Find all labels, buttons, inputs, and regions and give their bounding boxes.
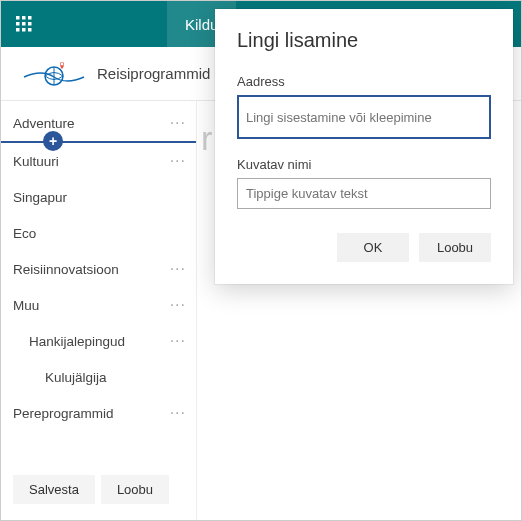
sidebar-item-hankijalepingud[interactable]: Hankijalepingud ··· xyxy=(1,323,196,359)
insert-link-dialog: Lingi lisamine Aadress Kuvatav nimi OK L… xyxy=(215,9,513,284)
sidebar-item-kulujalgija[interactable]: Kulujälgija xyxy=(1,359,196,395)
sidebar-item-label: Kulujälgija xyxy=(45,370,107,385)
sidebar-item-reisiinnovatsioon[interactable]: Reisiinnovatsioon ··· xyxy=(1,251,196,287)
sidebar-item-label: Muu xyxy=(13,298,39,313)
svg-rect-8 xyxy=(28,28,32,32)
ellipsis-icon[interactable]: ··· xyxy=(170,301,186,309)
sidebar: Adventure ··· + Kultuuri ··· Singapur Ec… xyxy=(1,101,197,520)
dialog-title: Lingi lisamine xyxy=(237,29,491,52)
ellipsis-icon[interactable]: ··· xyxy=(170,265,186,273)
address-label: Aadress xyxy=(237,74,491,89)
sidebar-item-muu[interactable]: Muu ··· xyxy=(1,287,196,323)
sidebar-item-adventure[interactable]: Adventure ··· xyxy=(1,105,196,141)
background-content: r xyxy=(201,119,212,158)
sidebar-item-label: Hankijalepingud xyxy=(29,334,125,349)
sidebar-item-label: Pereprogrammid xyxy=(13,406,114,421)
address-input[interactable] xyxy=(237,95,491,139)
sidebar-item-eco[interactable]: Eco xyxy=(1,215,196,251)
svg-rect-5 xyxy=(28,22,32,26)
sidebar-item-label: Reisiinnovatsioon xyxy=(13,262,119,277)
sidebar-item-label: Eco xyxy=(13,226,36,241)
sidebar-item-label: Singapur xyxy=(13,190,67,205)
sidebar-item-kultuuri[interactable]: Kultuuri ··· xyxy=(1,143,196,179)
sidebar-item-label: Adventure xyxy=(13,116,75,131)
cancel-button[interactable]: Loobu xyxy=(101,475,169,504)
svg-rect-3 xyxy=(16,22,20,26)
ok-button[interactable]: OK xyxy=(337,233,409,262)
svg-rect-4 xyxy=(22,22,26,26)
display-name-label: Kuvatav nimi xyxy=(237,157,491,172)
svg-rect-1 xyxy=(22,16,26,20)
svg-rect-2 xyxy=(28,16,32,20)
brand-title: Reisiprogrammid xyxy=(97,65,210,82)
svg-rect-6 xyxy=(16,28,20,32)
display-name-input[interactable] xyxy=(237,178,491,209)
sidebar-footer-buttons: Salvesta Loobu xyxy=(13,475,169,504)
sidebar-item-label: Kultuuri xyxy=(13,154,59,169)
sidebar-item-singapur[interactable]: Singapur xyxy=(1,179,196,215)
svg-rect-0 xyxy=(16,16,20,20)
ellipsis-icon[interactable]: ··· xyxy=(170,409,186,417)
globe-travel-icon xyxy=(19,57,89,91)
dialog-cancel-button[interactable]: Loobu xyxy=(419,233,491,262)
app-launcher-icon[interactable] xyxy=(1,1,47,47)
ellipsis-icon[interactable]: ··· xyxy=(170,157,186,165)
svg-point-11 xyxy=(61,62,64,65)
ellipsis-icon[interactable]: ··· xyxy=(170,119,186,127)
insert-indicator: + xyxy=(1,141,196,143)
insert-plus-icon[interactable]: + xyxy=(43,131,63,151)
save-button[interactable]: Salvesta xyxy=(13,475,95,504)
ellipsis-icon[interactable]: ··· xyxy=(170,337,186,345)
dialog-buttons: OK Loobu xyxy=(237,233,491,262)
sidebar-item-pereprogrammid[interactable]: Pereprogrammid ··· xyxy=(1,395,196,431)
svg-rect-7 xyxy=(22,28,26,32)
tab-label: Kildu xyxy=(185,16,218,33)
